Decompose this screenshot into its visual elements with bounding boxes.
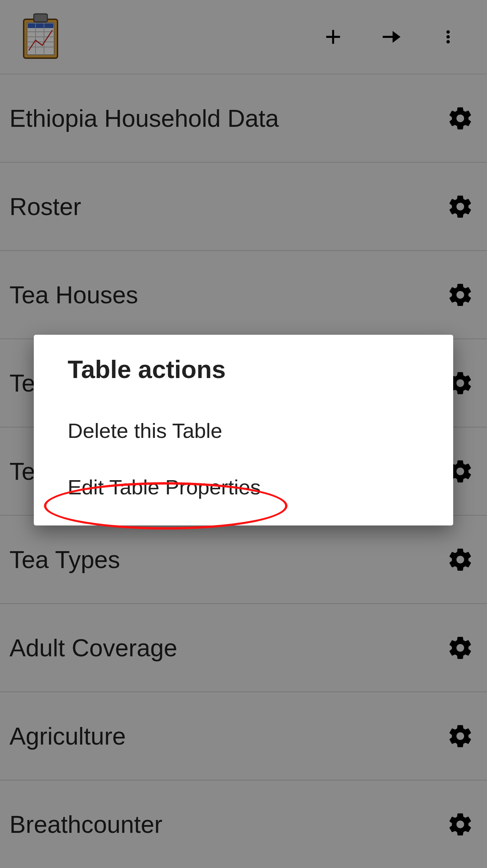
- dialog-option-edit-table-properties[interactable]: Edit Table Properties: [34, 459, 453, 515]
- dialog-title: Table actions: [34, 355, 453, 402]
- table-actions-dialog: Table actions Delete this Table Edit Tab…: [34, 335, 453, 525]
- dialog-option-delete-table[interactable]: Delete this Table: [34, 402, 453, 459]
